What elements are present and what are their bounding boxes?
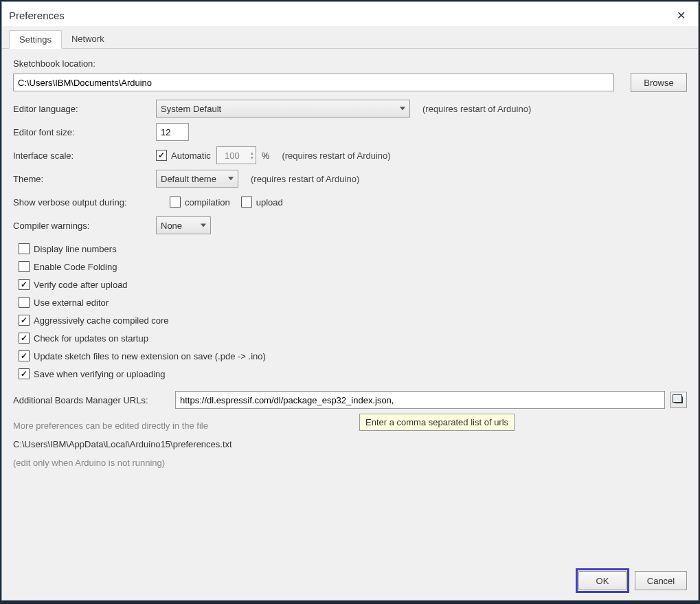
checkbox-icon — [19, 297, 30, 308]
code-folding-checkbox[interactable]: Enable Code Folding — [19, 261, 687, 272]
upload-checkbox[interactable]: upload — [241, 197, 283, 208]
prefs-file-path[interactable]: C:\Users\IBM\AppData\Local\Arduino15\pre… — [13, 439, 687, 449]
checkbox-icon — [170, 197, 181, 208]
sketchbook-label: Sketchbook location: — [13, 58, 687, 69]
preferences-dialog: Preferences ✕ Settings Network Sketchboo… — [1, 1, 699, 601]
window-icon — [675, 396, 683, 403]
checkbox-icon — [19, 243, 30, 254]
update-ext-checkbox[interactable]: Update sketch files to new extension on … — [19, 350, 687, 361]
boards-url-tooltip: Enter a comma separated list of urls — [359, 414, 515, 431]
check-updates-checkbox[interactable]: Check for updates on startup — [19, 333, 687, 344]
line-numbers-checkbox[interactable]: Display line numbers — [19, 243, 687, 254]
editor-language-select[interactable]: System Default — [156, 100, 410, 118]
checkbox-icon — [19, 350, 30, 361]
window-title: Preferences — [9, 10, 65, 21]
editor-language-label: Editor language: — [13, 104, 150, 114]
compilation-checkbox[interactable]: compilation — [170, 197, 230, 208]
ok-button[interactable]: OK — [578, 571, 626, 590]
titlebar: Preferences ✕ — [2, 2, 698, 26]
sketchbook-input[interactable] — [13, 74, 614, 91]
tabs: Settings Network — [2, 26, 698, 49]
edit-note: (edit only when Arduino is not running) — [13, 458, 687, 468]
external-editor-checkbox[interactable]: Use external editor — [19, 297, 687, 308]
save-verify-checkbox[interactable]: Save when verifying or uploading — [19, 368, 687, 379]
checkbox-icon — [156, 150, 167, 161]
boards-url-input[interactable] — [175, 391, 665, 409]
cancel-button[interactable]: Cancel — [635, 571, 687, 590]
theme-label: Theme: — [13, 174, 150, 184]
browse-button[interactable]: Browse — [631, 73, 687, 92]
verify-upload-checkbox[interactable]: Verify code after upload — [19, 279, 687, 290]
checkbox-icon — [19, 333, 30, 344]
theme-hint: (requires restart of Arduino) — [251, 174, 359, 184]
theme-select[interactable]: Default theme — [156, 170, 238, 188]
scale-spinner[interactable]: 100 — [216, 146, 256, 164]
font-size-label: Editor font size: — [13, 127, 150, 137]
tab-settings[interactable]: Settings — [9, 30, 62, 49]
open-urls-dialog-button[interactable] — [670, 392, 687, 408]
checkbox-icon — [19, 279, 30, 290]
language-hint: (requires restart of Arduino) — [422, 104, 531, 114]
interface-scale-label: Interface scale: — [13, 150, 150, 161]
checkbox-icon — [241, 197, 252, 208]
tab-network[interactable]: Network — [62, 30, 114, 48]
automatic-checkbox[interactable]: Automatic — [156, 150, 211, 161]
font-size-input[interactable] — [156, 123, 189, 141]
checkbox-icon — [19, 368, 30, 379]
cache-core-checkbox[interactable]: Aggressively cache compiled core — [19, 315, 687, 326]
verbose-label: Show verbose output during: — [13, 197, 164, 208]
settings-panel: Sketchbook location: Browse Editor langu… — [2, 49, 698, 600]
checkbox-icon — [19, 261, 30, 272]
compiler-warnings-select[interactable]: None — [156, 216, 211, 234]
compiler-warnings-label: Compiler warnings: — [13, 221, 150, 231]
checkbox-icon — [19, 315, 30, 326]
close-icon[interactable]: ✕ — [671, 6, 691, 25]
scale-hint: (requires restart of Arduino) — [282, 150, 390, 161]
more-prefs-text: More preferences can be edited directly … — [13, 421, 687, 431]
boards-url-label: Additional Boards Manager URLs: — [13, 395, 170, 405]
